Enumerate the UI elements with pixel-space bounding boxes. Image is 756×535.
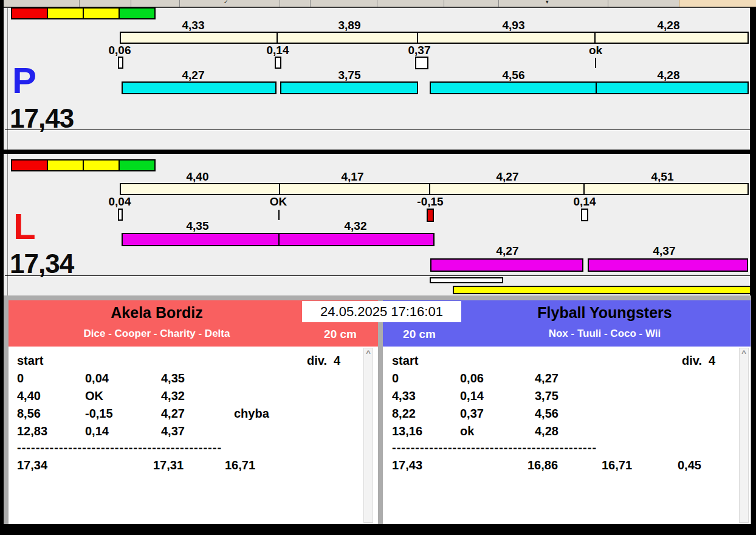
table-cell: -0,15 <box>85 407 113 419</box>
toolbar-divider <box>608 0 608 7</box>
light-yellow-icon <box>47 9 83 18</box>
l-split-time: 4,40 <box>187 171 209 182</box>
table-cell: 12,83 <box>17 425 47 437</box>
toolbar-divider <box>179 0 180 7</box>
p-run-time: 3,75 <box>338 69 361 81</box>
l-cross-time: -0,15 <box>417 196 443 207</box>
l-cross-time: 0,04 <box>109 196 131 207</box>
p-cross-marker <box>595 58 596 68</box>
toolbar-divider <box>131 0 131 7</box>
l-run-time: 4,37 <box>653 245 676 257</box>
table-total: 16,71 <box>225 459 255 471</box>
light-yellow-icon <box>83 9 119 18</box>
light-red-icon <box>12 9 47 18</box>
table-cell: 3,75 <box>535 390 558 402</box>
table-total: 16,86 <box>527 459 558 471</box>
p-run-time: 4,28 <box>658 69 680 81</box>
table-cell: OK <box>85 390 103 402</box>
toolbar-divider <box>444 0 444 7</box>
scroll-up-icon[interactable]: ^ <box>740 348 748 357</box>
l-run-time: 4,27 <box>497 245 519 257</box>
table-div-label: div. 4 <box>307 354 340 367</box>
l-split-time: 4,27 <box>497 171 519 182</box>
bottom-black-strip <box>0 524 756 535</box>
table-total: 16,71 <box>602 459 632 471</box>
table-cell: 0,04 <box>85 372 109 384</box>
table-cell: 4,37 <box>161 425 185 437</box>
table-cell: 0,14 <box>85 425 109 437</box>
bar-divider <box>277 32 278 44</box>
l-run-time: 4,32 <box>345 220 367 232</box>
p-run-time: 4,56 <box>503 69 525 81</box>
start-lights-l <box>11 159 156 171</box>
light-green-icon <box>119 160 154 170</box>
l-total-time: 17,34 <box>10 250 74 277</box>
p-scale-bar <box>120 32 749 44</box>
toolbar-divider <box>498 0 499 7</box>
table-cell: 8,56 <box>17 407 41 419</box>
table-total: 17,34 <box>17 459 47 471</box>
l-cross-time: 0,14 <box>574 196 596 207</box>
table-cell: 4,32 <box>161 390 185 402</box>
l-split-time: 4,17 <box>342 171 364 182</box>
check-icon: ✓ <box>224 0 229 5</box>
p-split-time: 3,89 <box>338 19 361 31</box>
team-right-table-scrollbar[interactable]: ^ <box>739 348 749 523</box>
lane-divider <box>4 150 751 154</box>
p-cross-time: 0,14 <box>267 44 289 56</box>
light-yellow-icon <box>47 160 83 170</box>
toolbar-divider <box>310 0 311 7</box>
team-right-name: Flyball Youngsters <box>537 305 672 320</box>
p-cross-time: 0,06 <box>109 44 131 56</box>
toolbar-divider <box>79 0 80 7</box>
table-start-label: start <box>17 354 43 367</box>
table-fault-note: chyba <box>234 407 269 419</box>
p-cross-time: ok <box>589 44 602 56</box>
table-cell: ok <box>460 425 474 437</box>
table-total: 17,43 <box>392 459 422 471</box>
p-cross-time: 0,37 <box>408 44 431 56</box>
table-cell: 4,56 <box>535 407 558 419</box>
table-cell: 13,16 <box>392 425 422 437</box>
team-left-table <box>9 347 378 524</box>
light-red-icon <box>12 160 47 170</box>
p-split-time: 4,33 <box>182 19 205 31</box>
table-cell: 0,14 <box>460 390 484 402</box>
table-cell: 4,35 <box>161 372 185 384</box>
l-run-bar <box>588 258 748 272</box>
table-separator: ----------------------------------------… <box>392 441 597 454</box>
p-cross-marker <box>118 57 123 69</box>
lane-l-letter: L <box>13 209 36 245</box>
bar-divider <box>417 32 418 44</box>
l-split-time: 4,51 <box>651 171 674 182</box>
toolbar-divider <box>377 0 377 7</box>
team-left-name: Akela Bordiz <box>111 305 202 320</box>
p-run-bar <box>430 81 597 94</box>
l-progress-bar-yellow <box>453 286 751 294</box>
bar-divider <box>594 32 596 44</box>
lane-p-letter: P <box>12 63 36 99</box>
team-left-table-scrollbar[interactable]: ^ <box>363 348 373 523</box>
bar-divider <box>583 183 585 195</box>
p-run-bar <box>280 81 418 94</box>
section-line <box>5 129 750 130</box>
l-cross-marker <box>118 209 123 221</box>
scroll-up-icon[interactable]: ^ <box>364 348 373 357</box>
toolbar-divider <box>280 0 280 7</box>
l-scale-bar <box>120 183 749 195</box>
table-div-label: div. 4 <box>682 354 715 367</box>
team-right-dogs: Nox - Tuuli - Coco - Wii <box>549 328 661 339</box>
table-total: 0,45 <box>678 459 701 471</box>
p-split-time: 4,93 <box>503 19 525 31</box>
table-cell: 4,33 <box>392 390 416 402</box>
toolbar-strip[interactable]: ✓ ▾ <box>0 0 756 7</box>
l-run-bar <box>430 258 583 272</box>
table-cell: 0 <box>392 372 399 384</box>
p-cross-marker <box>275 57 281 69</box>
table-cell: 0,37 <box>460 407 484 419</box>
l-run-bar <box>278 233 435 246</box>
dropdown-arrow-icon: ▾ <box>546 0 549 5</box>
flyball-timing-screen: ✓ ▾ 4,33 3,89 4,93 4,28 0,06 0,14 0,37 o… <box>0 0 756 535</box>
table-separator: ----------------------------------------… <box>17 441 222 454</box>
section-line <box>5 275 750 276</box>
